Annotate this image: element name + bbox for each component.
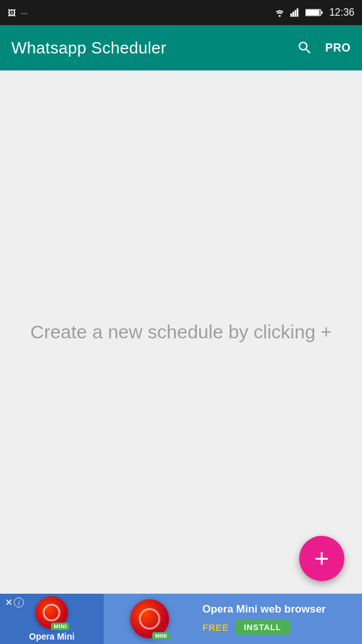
- ad-actions: FREE INSTALL: [202, 620, 354, 635]
- status-left-icons: 🖼 ···: [8, 8, 28, 18]
- ad-info-button[interactable]: i: [14, 597, 24, 608]
- opera-mini-badge-small: MINI: [51, 623, 69, 630]
- svg-rect-3: [295, 10, 297, 17]
- ad-free-label: FREE: [202, 622, 229, 633]
- svg-rect-4: [297, 8, 299, 16]
- main-content: Create a new schedule by clicking +: [0, 70, 362, 594]
- more-icon: ···: [21, 8, 28, 18]
- fab-container: +: [299, 536, 344, 581]
- svg-rect-7: [321, 11, 322, 14]
- ad-install-button[interactable]: INSTALL: [235, 620, 290, 635]
- opera-logo-small: MINI: [35, 596, 68, 629]
- ad-app-name: Opera Mini web browser: [202, 603, 354, 616]
- ad-middle-section: MINI: [104, 594, 195, 644]
- status-right-icons: 12:36: [274, 7, 354, 18]
- ad-brand-label-left: Opera Mini: [29, 631, 74, 641]
- opera-inner-ring-large: [139, 608, 160, 630]
- opera-mini-badge-large: MINI: [152, 632, 170, 640]
- empty-state-text: Create a new schedule by clicking +: [5, 319, 356, 345]
- battery-icon: [305, 8, 323, 17]
- svg-point-0: [278, 15, 280, 17]
- pro-button[interactable]: PRO: [325, 42, 351, 55]
- app-title: Whatsapp Scheduler: [11, 38, 287, 58]
- search-icon: [297, 40, 313, 56]
- app-bar: Whatsapp Scheduler PRO: [0, 25, 362, 70]
- add-schedule-button[interactable]: +: [299, 536, 344, 581]
- opera-logo-large: MINI: [130, 599, 169, 638]
- ad-banner: ✕ i MINI Opera Mini MINI Opera Mini web …: [0, 594, 362, 644]
- photo-icon: 🖼: [8, 8, 16, 18]
- ad-right-section: Opera Mini web browser FREE INSTALL: [195, 594, 362, 644]
- search-button[interactable]: [292, 35, 317, 60]
- svg-rect-6: [306, 10, 320, 15]
- svg-rect-2: [292, 12, 294, 17]
- svg-rect-1: [290, 13, 292, 16]
- clock: 12:36: [329, 7, 354, 18]
- status-bar: 🖼 ··· 12:36: [0, 0, 362, 25]
- opera-inner-ring: [43, 604, 60, 621]
- ad-left-section: ✕ i MINI Opera Mini: [0, 594, 104, 644]
- ad-close-button[interactable]: ✕: [5, 597, 13, 608]
- wifi-icon: [274, 8, 285, 17]
- signal-icon: [290, 8, 300, 17]
